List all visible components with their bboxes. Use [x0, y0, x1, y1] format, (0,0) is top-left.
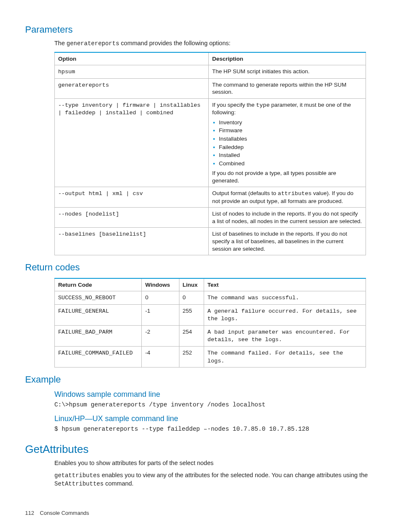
- rc-code: FAILURE_GENERAL: [58, 308, 109, 314]
- table-row: --type inventory | firmware | installabl…: [55, 98, 366, 187]
- rc-windows: -1: [142, 304, 179, 325]
- table-row: FAILURE_BAD_PARM -2 254 A bad input para…: [55, 325, 366, 346]
- rc-code: FAILURE_COMMAND_FAILED: [58, 350, 133, 356]
- table-row: FAILURE_COMMAND_FAILED -4 252 The comman…: [55, 347, 366, 368]
- description-cell: The command to generate reports within t…: [209, 78, 366, 98]
- getattributes-line1: Enables you to show attributes for parts…: [54, 459, 374, 468]
- table-row: --baselines [baselinelist] List of basel…: [55, 228, 366, 255]
- page-footer: 112 Console Commands: [25, 509, 89, 517]
- options-th-option: Option: [55, 52, 209, 65]
- table-row: --nodes [nodelist] List of nodes to incl…: [55, 208, 366, 228]
- rc-code: FAILURE_BAD_PARM: [58, 329, 113, 335]
- returncodes-body: Return Code Windows Linux Text SUCCESS_N…: [54, 278, 374, 368]
- heading-return-codes: Return codes: [25, 261, 374, 274]
- description-cell: List of nodes to include in the reports.…: [209, 208, 366, 228]
- option-cell: --output html | xml | csv: [58, 190, 143, 197]
- options-table: Option Description hpsum The HP SUM scri…: [54, 52, 366, 255]
- description-cell: Output format (defaults to attributes va…: [209, 187, 366, 208]
- heading-windows-sample: Windows sample command line: [54, 389, 374, 399]
- returncodes-table: Return Code Windows Linux Text SUCCESS_N…: [54, 278, 366, 368]
- rc-text: A bad input parameter was encountered. F…: [207, 329, 350, 343]
- description-cell: If you specify the type parameter, it mu…: [209, 98, 366, 187]
- example-body: Windows sample command line C:\>hpsum ge…: [54, 389, 374, 434]
- rc-windows: -4: [142, 347, 179, 368]
- getattributes-end: command.: [104, 480, 134, 487]
- table-header-row: Option Description: [55, 52, 366, 65]
- intro-prefix: The: [54, 40, 66, 46]
- option-cell: --nodes [nodelist]: [58, 211, 119, 217]
- option-cell: --baselines [baselinelist]: [58, 231, 146, 237]
- desc-after: If you do not provide a type, all types …: [212, 170, 336, 184]
- rc-windows: -2: [142, 325, 179, 346]
- rc-linux: 0: [179, 291, 204, 305]
- desc-code: type: [256, 102, 269, 108]
- rc-text: A general failure occurred. For details,…: [207, 308, 356, 322]
- heading-linux-sample: Linux/HP—UX sample command line: [54, 414, 374, 424]
- rc-th-code: Return Code: [55, 278, 142, 291]
- desc-pre: Output format (defaults to: [212, 190, 278, 196]
- intro-code: generatereports: [66, 40, 119, 47]
- option-cell: --type inventory | firmware | installabl…: [58, 102, 200, 116]
- table-row: generatereports The command to generate …: [55, 78, 366, 98]
- getattributes-code1: getattributes: [54, 472, 100, 479]
- desc-pre: If you specify the: [212, 102, 256, 108]
- rc-linux: 252: [179, 347, 204, 368]
- table-row: --output html | xml | csv Output format …: [55, 187, 366, 208]
- rc-th-linux: Linux: [179, 278, 204, 291]
- rc-linux: 254: [179, 325, 204, 346]
- type-bullets: Inventory Firmware Installables Failedde…: [212, 119, 362, 167]
- description-cell: List of baselines to include in the repo…: [209, 228, 366, 255]
- table-row: FAILURE_GENERAL -1 255 A general failure…: [55, 304, 366, 325]
- list-item: Faileddep: [212, 144, 362, 151]
- rc-text: The command failed. For details, see the…: [207, 350, 343, 364]
- parameters-intro: The generatereports command provides the…: [54, 39, 374, 48]
- windows-command-line: C:\>hpsum generatereports /type inventor…: [54, 401, 374, 409]
- table-row: SUCCESS_NO_REBOOT 0 0 The command was su…: [55, 291, 366, 305]
- list-item: Inventory: [212, 119, 362, 126]
- list-item: Firmware: [212, 127, 362, 134]
- heading-getattributes: GetAttributes: [25, 442, 374, 457]
- page: Parameters The generatereports command p…: [0, 0, 399, 532]
- getattributes-body: Enables you to show attributes for parts…: [54, 459, 374, 488]
- description-cell: The HP SUM script initiates this action.: [209, 65, 366, 79]
- desc-code: attributes: [278, 190, 312, 197]
- intro-suffix: command provides the following options:: [119, 40, 230, 46]
- rc-th-windows: Windows: [142, 278, 179, 291]
- option-cell: hpsum: [58, 69, 75, 75]
- rc-code: SUCCESS_NO_REBOOT: [58, 295, 116, 301]
- linux-command-line: $ hpsum generatereports --type faileddep…: [54, 425, 374, 434]
- rc-text: The command was successful.: [207, 295, 299, 301]
- getattributes-para: getattributes enables you to view any of…: [54, 471, 374, 488]
- page-number: 112: [25, 510, 34, 516]
- list-item: Combined: [212, 160, 362, 167]
- rc-th-text: Text: [204, 278, 366, 291]
- rc-windows: 0: [142, 291, 179, 305]
- option-cell: generatereports: [58, 82, 109, 88]
- list-item: Installables: [212, 135, 362, 143]
- table-row: hpsum The HP SUM script initiates this a…: [55, 65, 366, 79]
- table-header-row: Return Code Windows Linux Text: [55, 278, 366, 291]
- list-item: Installed: [212, 152, 362, 159]
- parameters-body: The generatereports command provides the…: [54, 39, 374, 255]
- heading-parameters: Parameters: [25, 23, 374, 36]
- heading-example: Example: [25, 373, 374, 386]
- getattributes-mid: enables you to view any of the attribute…: [100, 472, 368, 478]
- footer-title: Console Commands: [40, 510, 89, 516]
- getattributes-code2: SetAttributtes: [54, 481, 104, 487]
- options-th-description: Description: [209, 52, 366, 65]
- rc-linux: 255: [179, 304, 204, 325]
